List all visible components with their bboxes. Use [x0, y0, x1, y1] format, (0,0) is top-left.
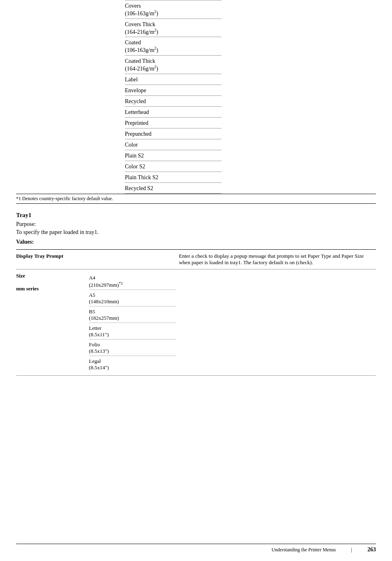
- page-footer: Understanding the Printer Menus | 263: [16, 544, 376, 553]
- size-row: Size mm series A4(210x297mm)*1 A5(148x21…: [16, 269, 376, 375]
- menu-item-letterhead: Letterhead: [125, 107, 222, 118]
- size-desc: [179, 269, 376, 375]
- tray1-values-table: Display Tray Prompt Enter a check to dis…: [16, 249, 376, 376]
- size-values: A4(210x297mm)*1 A5(148x210mm) B5(182x257…: [89, 269, 179, 375]
- display-tray-prompt-desc: Enter a check to display a popup message…: [179, 249, 376, 269]
- footnote: *1 Denotes country-specific factory defa…: [16, 194, 376, 204]
- menu-item-envelope: Envelope: [125, 85, 222, 96]
- menu-item-plain-thick-s2: Plain Thick S2: [125, 172, 222, 183]
- display-tray-prompt-values: [89, 249, 179, 269]
- menu-items-col: Covers(106-163g/m2) Covers Thick(164-216…: [125, 0, 222, 194]
- footnote-text: *1 Denotes country-specific factory defa…: [16, 196, 113, 201]
- size-a4: A4(210x297mm)*1: [89, 273, 176, 290]
- tray1-section: Tray1 Purpose: To specify the paper load…: [16, 212, 376, 376]
- display-tray-prompt-row: Display Tray Prompt Enter a check to dis…: [16, 249, 376, 269]
- top-menu-table: Covers(106-163g/m2) Covers Thick(164-216…: [16, 0, 376, 194]
- menu-item-coated: Coated(106-163g/m2): [125, 37, 222, 56]
- tray1-title: Tray1: [16, 212, 376, 219]
- menu-item-prepunched: Prepunched: [125, 128, 222, 139]
- menu-item-coated-thick: Coated Thick(164-216g/m2): [125, 56, 222, 74]
- footer-divider: |: [351, 547, 352, 553]
- footer-text: Understanding the Printer Menus: [272, 547, 336, 553]
- size-b5: B5(182x257mm): [89, 306, 176, 323]
- size-letter: Letter(8.5x11"): [89, 323, 176, 339]
- menu-item-covers-thick: Covers Thick(164-216g/m2): [125, 19, 222, 37]
- size-folio: Folio(8.5x13"): [89, 339, 176, 356]
- page-number: 263: [367, 547, 376, 553]
- footer-right: Understanding the Printer Menus | 263: [272, 547, 376, 553]
- menu-item-color-s2: Color S2: [125, 161, 222, 172]
- menu-item-plain-s2: Plain S2: [125, 150, 222, 161]
- menu-item-preprinted: Preprinted: [125, 118, 222, 128]
- size-legal: Legal(8.5x14"): [89, 356, 176, 372]
- size-label: Size mm series: [16, 269, 89, 375]
- tray1-values-label: Values:: [16, 239, 376, 245]
- menu-item-recycled: Recycled: [125, 96, 222, 107]
- tray1-purpose-label: Purpose:: [16, 221, 376, 228]
- menu-item-color: Color: [125, 139, 222, 150]
- menu-item-recycled-s2: Recycled S2: [125, 183, 222, 194]
- tray1-purpose-desc: To specify the paper loaded in tray1.: [16, 229, 376, 236]
- menu-item-label: Label: [125, 74, 222, 85]
- menu-item-covers: Covers(106-163g/m2): [125, 0, 222, 19]
- display-tray-prompt-name: Display Tray Prompt: [16, 249, 89, 269]
- size-a5: A5(148x210mm): [89, 290, 176, 306]
